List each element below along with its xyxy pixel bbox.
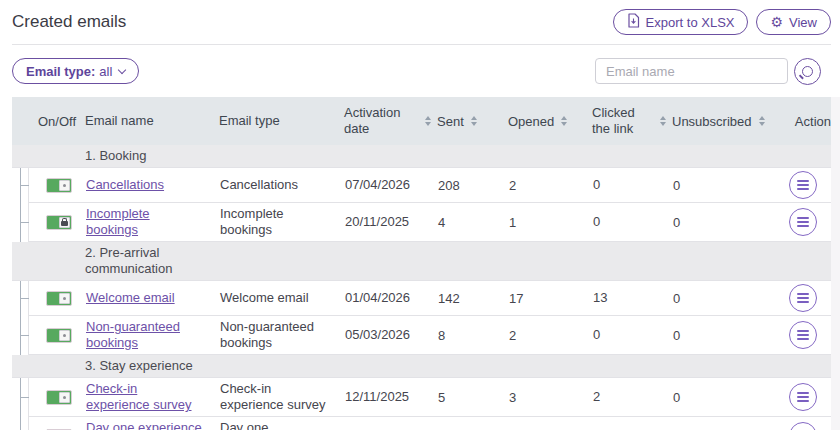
knob-dot xyxy=(63,334,66,337)
col-email-type-label: Email type xyxy=(219,113,280,129)
group-rows: Cancellations Cancellations 07/04/2026 2… xyxy=(28,168,831,242)
onoff-cell xyxy=(29,178,86,193)
sort-icon[interactable] xyxy=(425,116,431,126)
chevron-down-icon xyxy=(118,65,126,73)
email-type-cell: Cancellations xyxy=(220,177,345,193)
view-label: View xyxy=(789,15,817,30)
email-toggle-locked[interactable] xyxy=(46,215,72,230)
col-action-label: Action xyxy=(795,114,831,129)
clicked-cell: 13 xyxy=(593,290,673,306)
col-clicked-link: Clicked the link xyxy=(592,105,672,137)
sort-icon[interactable] xyxy=(759,116,765,126)
sort-icon[interactable] xyxy=(660,116,666,126)
row-actions-button[interactable] xyxy=(789,321,817,349)
col-onoff-label: On/Off xyxy=(38,114,76,129)
sort-icon[interactable] xyxy=(471,116,477,126)
unsubscribed-cell: 0 xyxy=(673,390,773,405)
group-rows: Check-in experience survey Check-in expe… xyxy=(28,378,831,430)
action-cell xyxy=(773,171,831,199)
email-name-link[interactable]: Non-guaranteed bookings xyxy=(86,319,202,351)
search-box xyxy=(595,58,821,85)
sent-cell: 8 xyxy=(438,328,509,343)
email-name-cell: Check-in experience survey xyxy=(86,381,220,413)
export-xlsx-button[interactable]: Export to XLSX xyxy=(613,9,749,35)
action-cell xyxy=(773,383,831,411)
col-sent: Sent xyxy=(437,114,508,129)
hamburger-menu-icon xyxy=(797,180,809,190)
row-actions-button[interactable] xyxy=(789,171,817,199)
sent-cell: 208 xyxy=(438,178,509,193)
created-emails-page: Created emails Export to XLSX ⚙ View Ema… xyxy=(0,0,840,430)
email-toggle-on[interactable] xyxy=(46,390,72,405)
email-name-link[interactable]: Welcome email xyxy=(86,290,175,306)
col-unsubscribed: Unsubscribed xyxy=(672,114,772,129)
page-header: Created emails Export to XLSX ⚙ View xyxy=(12,0,831,45)
col-opened-label: Opened xyxy=(508,114,554,129)
email-name-link[interactable]: Check-in experience survey xyxy=(86,381,202,413)
onoff-cell xyxy=(29,291,86,306)
knob-dot xyxy=(63,184,66,187)
sort-icon[interactable] xyxy=(561,116,567,126)
unsubscribed-cell: 0 xyxy=(673,328,773,343)
col-activation-date: Activation date xyxy=(344,105,437,137)
email-name-cell: Non-guaranteed bookings xyxy=(86,319,220,351)
col-unsubscribed-label: Unsubscribed xyxy=(672,114,752,129)
search-button[interactable] xyxy=(794,58,821,85)
action-cell xyxy=(773,208,831,236)
opened-cell: 1 xyxy=(509,215,593,230)
col-sent-label: Sent xyxy=(437,114,464,129)
row-actions-button[interactable] xyxy=(789,383,817,411)
email-type-cell: Check-in experience survey xyxy=(220,381,345,413)
row-actions-button[interactable] xyxy=(789,422,817,430)
sent-cell: 5 xyxy=(438,390,509,405)
search-input[interactable] xyxy=(595,58,788,84)
hamburger-menu-icon xyxy=(797,293,809,303)
page-background-strip xyxy=(831,97,840,430)
email-name-cell: Day one experience survey xyxy=(86,420,220,430)
table-row: Welcome email Welcome email 01/04/2026 1… xyxy=(29,281,831,316)
header-actions: Export to XLSX ⚙ View xyxy=(613,9,831,35)
search-icon xyxy=(802,66,813,77)
col-email-name: Email name xyxy=(85,113,219,129)
email-type-filter[interactable]: Email type: all xyxy=(12,58,139,84)
col-opened: Opened xyxy=(508,114,592,129)
unsubscribed-cell: 0 xyxy=(673,291,773,306)
group-label: 3. Stay experience xyxy=(85,358,235,374)
activation-date-cell: 20/11/2025 xyxy=(345,214,438,230)
row-actions-button[interactable] xyxy=(789,208,817,236)
clicked-cell: 0 xyxy=(593,177,673,193)
email-toggle-on[interactable] xyxy=(46,178,72,193)
email-type-cell: Incomplete bookings xyxy=(220,206,345,238)
table-row: Incomplete bookings Incomplete bookings … xyxy=(29,203,831,242)
email-type-cell: Welcome email xyxy=(220,290,345,306)
knob-dot xyxy=(63,297,66,300)
activation-date-cell: 05/03/2026 xyxy=(345,327,438,343)
group-row-pre-arrival: 2. Pre-arrival communication xyxy=(12,242,831,281)
email-toggle-on[interactable] xyxy=(46,328,72,343)
email-name-link[interactable]: Incomplete bookings xyxy=(86,206,202,238)
row-actions-button[interactable] xyxy=(789,284,817,312)
export-xlsx-label: Export to XLSX xyxy=(646,15,735,30)
table-row: Non-guaranteed bookings Non-guaranteed b… xyxy=(29,316,831,355)
table-row: Check-in experience survey Check-in expe… xyxy=(29,378,831,417)
onoff-cell xyxy=(29,328,86,343)
email-name-link[interactable]: Cancellations xyxy=(86,177,164,193)
view-button[interactable]: ⚙ View xyxy=(756,9,831,35)
toggle-knob xyxy=(59,330,70,341)
group-rows: Welcome email Welcome email 01/04/2026 1… xyxy=(28,281,831,355)
onoff-cell xyxy=(29,215,86,230)
sent-cell: 142 xyxy=(438,291,509,306)
hamburger-menu-icon xyxy=(797,330,809,340)
email-type-cell: Day one experience survey xyxy=(220,420,345,430)
toggle-knob xyxy=(59,392,70,403)
unsubscribed-cell: 0 xyxy=(673,215,773,230)
email-name-cell: Cancellations xyxy=(86,177,220,193)
emails-table: On/Off Email name Email type Activation … xyxy=(12,97,831,430)
activation-date-cell: 07/04/2026 xyxy=(345,177,438,193)
email-toggle-on[interactable] xyxy=(46,291,72,306)
group-label: 1. Booking xyxy=(85,148,235,164)
email-name-cell: Incomplete bookings xyxy=(86,206,220,238)
lock-icon xyxy=(61,221,68,226)
clicked-cell: 0 xyxy=(593,327,673,343)
email-name-link[interactable]: Day one experience survey xyxy=(86,420,202,430)
